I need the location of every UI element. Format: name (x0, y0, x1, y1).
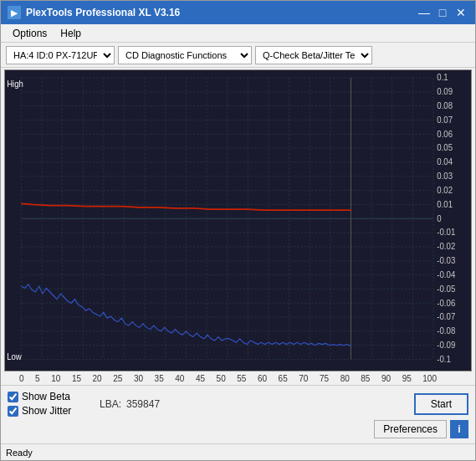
maximize-button[interactable]: □ (435, 5, 450, 20)
chart-area: 0.1 0.09 0.08 0.07 0.06 0.05 0.04 0.03 0… (1, 68, 475, 385)
menu-bar: Options Help (1, 24, 475, 43)
x-label-90: 90 (381, 374, 391, 383)
svg-text:-0.04: -0.04 (437, 270, 455, 279)
x-axis-labels: 0 5 10 15 20 25 30 35 40 45 50 55 60 65 … (19, 374, 437, 383)
x-label-20: 20 (93, 374, 102, 383)
chart-svg: 0.1 0.09 0.08 0.07 0.06 0.05 0.04 0.03 0… (5, 70, 471, 371)
close-button[interactable]: ✕ (453, 5, 468, 20)
svg-text:0.05: 0.05 (437, 143, 453, 152)
svg-text:0.07: 0.07 (437, 115, 453, 125)
controls-row: Show Beta Show Jitter LBA: 359847 Start (8, 391, 468, 417)
x-label-70: 70 (299, 374, 308, 383)
svg-text:-0.01: -0.01 (437, 228, 455, 237)
svg-text:0.04: 0.04 (437, 157, 453, 166)
show-beta-label[interactable]: Show Beta (8, 391, 91, 402)
show-beta-checkbox[interactable] (8, 392, 18, 402)
x-label-35: 35 (155, 374, 164, 383)
x-label-45: 45 (196, 374, 205, 383)
x-label-100: 100 (422, 374, 437, 383)
x-axis: 0 5 10 15 20 25 30 35 40 45 50 55 60 65 … (4, 371, 472, 385)
svg-text:0.1: 0.1 (437, 73, 448, 82)
menu-options[interactable]: Options (6, 26, 54, 41)
toolbar: HA:4 ID:0 PX-712UF CD Diagnostic Functio… (1, 43, 475, 68)
x-label-55: 55 (237, 374, 246, 383)
show-jitter-label[interactable]: Show Jitter (8, 405, 91, 417)
title-bar-left: ▶ PlexTools Professional XL V3.16 (8, 6, 180, 19)
x-label-0: 0 (19, 374, 24, 383)
svg-text:-0.02: -0.02 (437, 242, 455, 251)
x-label-60: 60 (258, 374, 267, 383)
window-title: PlexTools Professional XL V3.16 (26, 7, 180, 18)
x-label-40: 40 (175, 374, 184, 383)
test-select[interactable]: Q-Check Beta/Jitter Test (255, 46, 372, 64)
x-label-80: 80 (340, 374, 350, 383)
show-jitter-checkbox[interactable] (8, 406, 18, 417)
minimize-button[interactable]: — (417, 5, 432, 20)
x-label-50: 50 (217, 374, 226, 383)
svg-rect-0 (5, 70, 471, 371)
svg-text:-0.03: -0.03 (437, 256, 455, 265)
svg-text:0.01: 0.01 (437, 200, 453, 209)
show-beta-text: Show Beta (22, 391, 70, 402)
svg-text:High: High (7, 79, 23, 89)
bottom-panel: Show Beta Show Jitter LBA: 359847 Start … (1, 385, 475, 443)
svg-text:0.02: 0.02 (437, 186, 453, 195)
x-label-95: 95 (402, 374, 412, 383)
x-label-15: 15 (72, 374, 81, 383)
svg-text:-0.1: -0.1 (437, 355, 451, 364)
svg-text:-0.07: -0.07 (437, 312, 455, 321)
lba-section: LBA: 359847 (100, 398, 414, 410)
svg-text:0.03: 0.03 (437, 172, 453, 181)
app-icon: ▶ (8, 6, 21, 19)
menu-help[interactable]: Help (54, 26, 88, 41)
x-label-25: 25 (113, 374, 122, 383)
chart-container: 0.1 0.09 0.08 0.07 0.06 0.05 0.04 0.03 0… (4, 69, 472, 371)
preferences-button[interactable]: Preferences (374, 420, 447, 438)
preferences-row: Preferences i (8, 420, 468, 438)
svg-text:-0.08: -0.08 (437, 326, 455, 336)
main-window: ▶ PlexTools Professional XL V3.16 — □ ✕ … (0, 0, 476, 461)
svg-text:0.06: 0.06 (437, 129, 453, 138)
x-label-75: 75 (320, 374, 329, 383)
svg-text:-0.06: -0.06 (437, 298, 455, 307)
x-label-30: 30 (134, 374, 143, 383)
lba-label: LBA: (100, 398, 121, 410)
x-label-85: 85 (361, 374, 370, 383)
x-label-65: 65 (279, 374, 288, 383)
status-text: Ready (6, 448, 33, 458)
title-bar: ▶ PlexTools Professional XL V3.16 — □ ✕ (1, 1, 475, 24)
show-jitter-text: Show Jitter (22, 405, 71, 417)
status-bar: Ready (1, 443, 475, 460)
x-label-5: 5 (35, 374, 40, 383)
svg-text:0.08: 0.08 (437, 101, 453, 110)
function-select[interactable]: CD Diagnostic Functions (118, 46, 252, 64)
start-button[interactable]: Start (414, 393, 468, 415)
svg-text:0: 0 (437, 213, 442, 223)
title-bar-controls: — □ ✕ (417, 5, 468, 20)
info-button[interactable]: i (450, 420, 468, 438)
device-select[interactable]: HA:4 ID:0 PX-712UF (6, 46, 115, 64)
x-label-10: 10 (51, 374, 60, 383)
checkboxes: Show Beta Show Jitter (8, 391, 91, 417)
lba-value: 359847 (126, 398, 160, 410)
svg-text:Low: Low (7, 351, 23, 361)
svg-text:-0.05: -0.05 (437, 284, 455, 294)
svg-text:0.09: 0.09 (437, 87, 453, 96)
svg-text:-0.09: -0.09 (437, 341, 455, 350)
